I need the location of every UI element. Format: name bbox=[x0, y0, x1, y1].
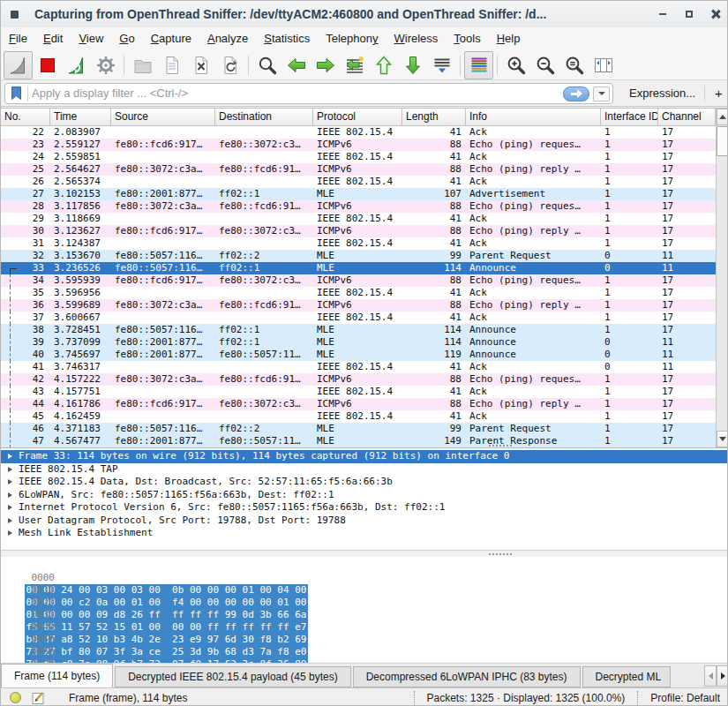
status-profile[interactable]: Profile: Default bbox=[637, 691, 720, 705]
column-header-protocol[interactable]: Protocol bbox=[313, 109, 402, 126]
add-filter-button[interactable]: + bbox=[714, 86, 724, 101]
packet-row[interactable]: 44 4.161786 fe80::fcd6:917… fe80::3072:c… bbox=[1, 398, 716, 410]
byte-view-tab-2[interactable]: Decompressed 6LoWPAN IPHC (83 bytes) bbox=[353, 666, 581, 687]
first-packet-button[interactable] bbox=[369, 51, 398, 79]
colorize-packets-button[interactable] bbox=[464, 51, 493, 79]
packet-row[interactable]: 32 3.153670 fe80::5057:116… ff02::2 MLE … bbox=[1, 250, 716, 262]
column-header-channel[interactable]: Channel bbox=[658, 109, 716, 126]
menu-item-go[interactable]: Go bbox=[111, 27, 142, 50]
packet-row[interactable]: 42 4.157222 fe80::3072:c3a… fe80::fcd6:9… bbox=[1, 373, 716, 386]
column-header-length[interactable]: Length bbox=[402, 109, 466, 126]
menu-item-help[interactable]: Help bbox=[489, 27, 529, 50]
detail-tree-item[interactable]: User Datagram Protocol, Src Port: 19788,… bbox=[1, 514, 728, 528]
filter-history-dropdown[interactable] bbox=[593, 86, 610, 101]
detail-tree-item[interactable]: 6LoWPAN, Src: fe80::5057:1165:f56a:663b,… bbox=[1, 489, 728, 502]
reload-file-button[interactable] bbox=[215, 51, 244, 79]
bookmark-icon[interactable] bbox=[10, 86, 23, 101]
pane-splitter[interactable] bbox=[1, 550, 728, 557]
column-header-interface-id[interactable]: Interface ID bbox=[601, 109, 658, 126]
menu-item-analyze[interactable]: Analyze bbox=[199, 27, 256, 50]
packet-row[interactable]: 30 3.123627 fe80::fcd6:917… fe80::3072:c… bbox=[1, 225, 716, 237]
expand-arrow-icon[interactable] bbox=[8, 454, 12, 459]
menu-item-wireless[interactable]: Wireless bbox=[387, 27, 447, 50]
stop-capture-button[interactable] bbox=[33, 51, 62, 79]
menu-item-statistics[interactable]: Statistics bbox=[256, 27, 318, 50]
packet-row[interactable]: 31 3.124387 IEEE 802.15.4 41 Ack 1 17 bbox=[1, 237, 716, 250]
packet-row[interactable]: 40 3.745697 fe80::2001:877… fe80::5057:1… bbox=[1, 349, 716, 361]
packet-row[interactable]: 29 3.118669 IEEE 802.15.4 41 Ack 1 17 bbox=[1, 213, 716, 225]
zoom-out-button[interactable] bbox=[530, 51, 559, 79]
zoom-in-button[interactable] bbox=[501, 51, 530, 79]
detail-tree-item[interactable]: Frame 33: 114 bytes on wire (912 bits), … bbox=[1, 450, 728, 463]
packet-row[interactable]: 34 3.595939 fe80::fcd6:917… fe80::3072:c… bbox=[1, 274, 716, 287]
hex-row[interactable]: 0010 00 00 00 c2 0a 00 01 00 f4 00 00 00… bbox=[1, 572, 728, 584]
save-file-button[interactable] bbox=[157, 51, 186, 79]
expert-info-icon[interactable] bbox=[10, 692, 21, 703]
close-file-button[interactable] bbox=[186, 51, 215, 79]
packet-row[interactable]: 23 2.559127 fe80::fcd6:917… fe80::3072:c… bbox=[1, 139, 716, 151]
pane-splitter-handle[interactable] bbox=[489, 553, 512, 555]
expand-arrow-icon[interactable] bbox=[8, 530, 12, 536]
scrollbar-thumb[interactable] bbox=[717, 126, 728, 156]
display-filter-field[interactable] bbox=[4, 83, 613, 104]
packet-row[interactable]: 26 2.565374 IEEE 802.15.4 41 Ack 1 17 bbox=[1, 176, 716, 188]
menu-item-telephony[interactable]: Telephony bbox=[318, 27, 386, 50]
packet-row[interactable]: 36 3.599689 fe80::3072:c3a… fe80::fcd6:9… bbox=[1, 299, 716, 312]
packet-row[interactable]: 45 4.162459 IEEE 802.15.4 41 Ack 1 17 bbox=[1, 410, 716, 423]
restart-capture-button[interactable] bbox=[62, 51, 91, 79]
column-header-time[interactable]: Time bbox=[50, 109, 111, 126]
packet-row[interactable]: 39 3.737099 fe80::2001:877… ff02::1 MLE … bbox=[1, 336, 716, 349]
previous-packet-button[interactable] bbox=[281, 51, 311, 79]
scroll-down-button[interactable] bbox=[717, 431, 728, 447]
auto-scroll-button[interactable] bbox=[427, 51, 456, 79]
packet-row[interactable]: 27 3.102153 fe80::2001:877… ff02::1 MLE … bbox=[1, 188, 716, 200]
maximize-button[interactable] bbox=[676, 4, 702, 25]
packet-row[interactable]: 47 4.567477 fe80::2001:877… fe80::5057:1… bbox=[1, 435, 716, 447]
expand-arrow-icon[interactable] bbox=[8, 492, 12, 498]
detail-tree-item[interactable]: IEEE 802.15.4 TAP bbox=[1, 463, 728, 477]
resize-columns-button[interactable] bbox=[589, 51, 618, 79]
menu-item-capture[interactable]: Capture bbox=[143, 27, 199, 50]
menu-item-tools[interactable]: Tools bbox=[446, 27, 488, 50]
menu-item-file[interactable]: File bbox=[1, 27, 35, 50]
last-packet-button[interactable] bbox=[398, 51, 427, 79]
expand-arrow-icon[interactable] bbox=[8, 479, 12, 484]
detail-tree-item[interactable]: Mesh Link Establishment bbox=[1, 527, 728, 540]
column-header-no[interactable]: No. bbox=[1, 109, 50, 126]
tab-scroll-left-button[interactable] bbox=[704, 665, 717, 687]
expand-arrow-icon[interactable] bbox=[8, 505, 12, 510]
expand-arrow-icon[interactable] bbox=[8, 467, 12, 472]
scroll-up-button[interactable] bbox=[717, 109, 728, 125]
start-capture-button[interactable] bbox=[4, 51, 33, 79]
apply-filter-button[interactable] bbox=[563, 86, 589, 101]
capture-comment-icon[interactable] bbox=[32, 691, 46, 705]
expression-button[interactable]: Expression... bbox=[629, 86, 695, 100]
packet-row[interactable]: 38 3.728451 fe80::5057:116… ff02::1 MLE … bbox=[1, 324, 716, 336]
next-packet-button[interactable] bbox=[311, 51, 340, 79]
packet-row[interactable]: 37 3.600667 IEEE 802.15.4 41 Ack 1 17 bbox=[1, 312, 716, 324]
packet-row[interactable]: 28 3.117856 fe80::3072:c3a… fe80::fcd6:9… bbox=[1, 200, 716, 213]
close-button[interactable] bbox=[702, 4, 728, 25]
column-header-destination[interactable]: Destination bbox=[215, 109, 313, 126]
detail-tree-item[interactable]: IEEE 802.15.4 Data, Dst: Broadcast, Src:… bbox=[1, 476, 728, 489]
packet-row[interactable]: 41 3.746317 IEEE 802.15.4 41 Ack 0 11 bbox=[1, 361, 716, 373]
packet-row[interactable]: 24 2.559851 IEEE 802.15.4 41 Ack 1 17 bbox=[1, 151, 716, 163]
packet-row[interactable]: 43 4.157751 IEEE 802.15.4 41 Ack 1 17 bbox=[1, 386, 716, 398]
find-packet-button[interactable] bbox=[252, 51, 281, 79]
capture-options-button[interactable] bbox=[91, 51, 120, 79]
zoom-reset-button[interactable] bbox=[559, 51, 589, 79]
packet-row[interactable]: 35 3.596956 IEEE 802.15.4 41 Ack 1 17 bbox=[1, 287, 716, 299]
byte-view-tab-1[interactable]: Decrypted IEEE 802.15.4 payload (45 byte… bbox=[115, 666, 350, 687]
packet-row[interactable]: 46 4.371183 fe80::5057:116… ff02::2 MLE … bbox=[1, 423, 716, 435]
column-header-info[interactable]: Info bbox=[466, 109, 601, 126]
open-file-button[interactable] bbox=[128, 51, 157, 79]
goto-packet-button[interactable] bbox=[340, 51, 369, 79]
packet-row[interactable]: 22 2.083907 IEEE 802.15.4 41 Ack 1 17 bbox=[1, 126, 716, 139]
menu-item-view[interactable]: View bbox=[71, 27, 111, 50]
pane-splitter-handle[interactable] bbox=[489, 445, 512, 447]
expand-arrow-icon[interactable] bbox=[8, 518, 12, 523]
minimize-button[interactable] bbox=[649, 4, 676, 25]
tab-scroll-right-button[interactable] bbox=[717, 665, 728, 687]
column-header-source[interactable]: Source bbox=[111, 109, 215, 126]
byte-view-tab-3[interactable]: Decrypted ML bbox=[582, 666, 671, 687]
